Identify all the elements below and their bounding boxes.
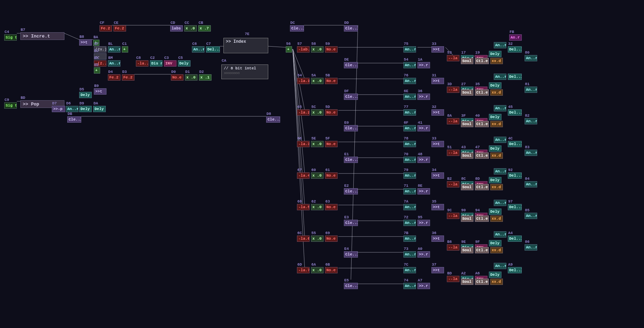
node-53[interactable]: 53--la	[447, 51, 459, 61]
node-xx.d[interactable]: xx.d	[490, 58, 503, 64]
node-BL[interactable]: BLAn..r	[108, 42, 120, 53]
node-32[interactable]: 32>>t	[431, 105, 444, 116]
node-C7[interactable]: C7Del..l	[206, 42, 220, 53]
node-73[interactable]: 73An..r	[403, 247, 416, 258]
node-FB[interactable]: FB An.r	[509, 30, 522, 41]
node-62[interactable]: 62x .0	[311, 200, 324, 210]
node-Ctl.e[interactable]: Ctl.e	[475, 184, 489, 190]
node-E0[interactable]: E0Cle..l	[344, 121, 358, 131]
node-56[interactable]: 56+	[286, 42, 292, 53]
node-Dely[interactable]: Dely	[489, 114, 501, 120]
node-5D[interactable]: 5DNo.e	[325, 105, 338, 116]
node-79[interactable]: 79An..r	[403, 168, 416, 179]
node-CC[interactable]: CCx .0	[184, 21, 197, 32]
node-34[interactable]: 34>>t	[431, 168, 444, 179]
node-78[interactable]: 78An..r	[403, 137, 416, 147]
node-59[interactable]: 59No.e	[325, 42, 338, 53]
node-76[interactable]: 76An..r	[403, 74, 416, 84]
node-xx.d[interactable]: xx.d	[490, 184, 503, 190]
node-57[interactable]: 57-lab.	[297, 42, 310, 53]
node-D9[interactable]: D9Dely	[79, 102, 92, 112]
node-B8[interactable]: B8>>t	[79, 35, 92, 46]
node-Soul[interactable]: Soul	[461, 184, 473, 190]
node-A4[interactable]: A4Del..l	[508, 231, 522, 242]
node-Soul[interactable]: Soul	[461, 216, 473, 222]
node-Dely[interactable]: Dely	[489, 272, 501, 278]
node-83[interactable]: 83An..r	[525, 145, 537, 156]
node-DC[interactable]: DCCle..l	[290, 21, 304, 32]
node-Del..l[interactable]: Del..l	[508, 74, 522, 80]
node-5F[interactable]: 5FNo.e	[325, 137, 338, 147]
node-3D[interactable]: 3D--la	[447, 82, 459, 93]
node-E3[interactable]: E3Cle..l	[344, 216, 358, 226]
node-97[interactable]: 97Del..l	[508, 200, 522, 210]
node-33[interactable]: 33>>t	[431, 137, 444, 147]
node-7C[interactable]: 7CAn..r	[403, 263, 416, 273]
node-Ctl.e[interactable]: Ctl.e	[475, 152, 489, 159]
node-Soul[interactable]: Soul	[461, 121, 473, 127]
node-48[interactable]: 48>>.r	[417, 152, 430, 163]
node-1A[interactable]: 1A>>.r	[417, 58, 430, 68]
node-80[interactable]: 80An..r	[525, 51, 537, 61]
node-36[interactable]: 36>>t	[431, 231, 444, 242]
node-65[interactable]: 65-la.2	[297, 105, 310, 116]
node-D3[interactable]: D3Fe.2	[122, 70, 134, 81]
node-DD[interactable]: DDCle..l	[344, 21, 358, 32]
node-xx.d[interactable]: xx.d	[490, 89, 503, 96]
node-5B[interactable]: 5BNo.e	[325, 74, 338, 84]
node-DF[interactable]: DFCle..l	[344, 89, 358, 100]
node-Ctl.e[interactable]: Ctl.e	[475, 247, 489, 253]
node-6D[interactable]: 6D-la.7	[297, 263, 310, 273]
node-DB[interactable]: DBCle..l	[67, 112, 81, 123]
node-66[interactable]: 66-la.3	[297, 137, 310, 147]
node-A9[interactable]: A9Del..l	[508, 263, 522, 273]
node-CE[interactable]: CEFe.2	[113, 21, 126, 32]
node-32[interactable]: 32Del..l	[508, 42, 522, 53]
node-8A[interactable]: 8A--la	[447, 114, 459, 124]
node-69[interactable]: 69No.e	[325, 231, 338, 242]
node-CD[interactable]: CDlabs	[170, 21, 183, 32]
node-67[interactable]: 67-la.4	[297, 168, 310, 179]
node-BE[interactable]: BE+	[94, 63, 100, 74]
node-85[interactable]: 85An..r	[525, 209, 537, 219]
node-Dely[interactable]: Dely	[489, 240, 501, 246]
node-6A[interactable]: 6Ax .0	[311, 263, 324, 273]
node-xx.d[interactable]: xx.d	[490, 121, 503, 127]
node-xx.d[interactable]: xx.d	[490, 152, 503, 159]
node-84[interactable]: 84An..r	[525, 177, 537, 187]
node-Ctl.e[interactable]: Ctl.e	[475, 58, 489, 64]
node-Ctl.e[interactable]: Ctl.e	[475, 216, 489, 222]
node-45[interactable]: 45Del..l	[508, 105, 522, 116]
node-An..r[interactable]: An..r	[494, 168, 506, 175]
node-7B[interactable]: 7BAn..r	[403, 231, 416, 242]
node-An..r[interactable]: An..r	[494, 74, 506, 80]
node-D8[interactable]: D8Cle..l	[266, 112, 280, 123]
node-C1[interactable]: C1+	[122, 42, 128, 53]
node-35[interactable]: 35>>t	[431, 200, 444, 210]
node-33[interactable]: 33>>t	[431, 42, 444, 53]
node-CB[interactable]: CBx .7	[198, 21, 211, 32]
node-95[interactable]: 95>>.r	[417, 216, 430, 226]
node-An..r[interactable]: An..r	[494, 200, 506, 206]
node-63[interactable]: 63No.e	[325, 200, 338, 210]
node-C6[interactable]: C6An..r	[192, 42, 205, 53]
node-4C[interactable]: 4CDel..l	[508, 137, 522, 147]
node-An..r[interactable]: An..r	[494, 137, 506, 143]
node-86[interactable]: 86An..r	[525, 240, 537, 251]
node-xx.d[interactable]: xx.d	[490, 279, 503, 285]
node-C2[interactable]: C2Dis n	[150, 56, 162, 67]
node-BM[interactable]: BMAn..r	[108, 56, 120, 67]
node-8E[interactable]: 8E>>.r	[417, 184, 430, 194]
node-Ctl.e[interactable]: Ctl.e	[475, 89, 489, 96]
node-92[interactable]: 92Del..l	[508, 168, 522, 179]
node-71[interactable]: 71An..r	[403, 184, 416, 194]
node-E2[interactable]: E2Cle..l	[344, 184, 358, 194]
node-82[interactable]: 82An..r	[525, 114, 537, 124]
intel-block[interactable]: // 8 bit intel ○○○○○○○○	[221, 64, 268, 79]
node-B2[interactable]: B2--la	[447, 177, 459, 187]
node-6C[interactable]: 6C-la.6	[297, 231, 310, 242]
node-81[interactable]: 81An..r	[525, 82, 537, 93]
node-Soul[interactable]: Soul	[461, 247, 473, 253]
node-68[interactable]: 68-la.5	[297, 200, 310, 210]
node-Ctl.e[interactable]: Ctl.e	[475, 121, 489, 127]
